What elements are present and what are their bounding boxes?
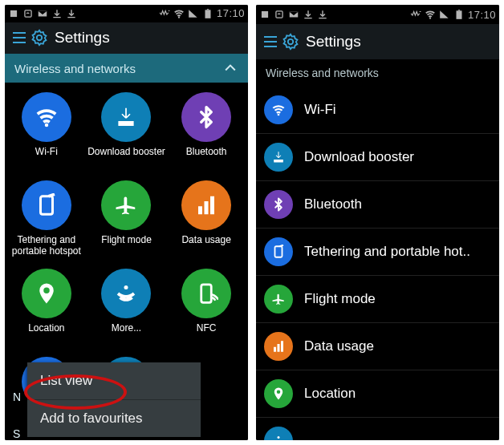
stop-icon [8, 8, 19, 19]
download-icon [317, 9, 328, 20]
context-menu: List view Add to favourites [27, 362, 201, 437]
app-header: Settings [256, 24, 499, 59]
gear-icon [282, 33, 299, 51]
list-item-bluetooth[interactable]: Bluetooth [256, 181, 499, 229]
grid-item-wifi[interactable]: Wi-Fi [6, 87, 87, 176]
grid-item-location[interactable]: Location [6, 264, 87, 352]
status-bar: 17:10 [5, 5, 248, 22]
list-item-download-booster[interactable]: Download booster [256, 134, 499, 181]
bluetooth-icon [181, 92, 231, 142]
bluetooth-icon [264, 190, 293, 219]
phone-left: 17:10 Settings Wireless and networks Wi-… [5, 5, 248, 440]
list-item-tethering[interactable]: Tethering and portable hot.. [256, 229, 499, 276]
section-header-wireless[interactable]: Wireless and networks [5, 54, 248, 83]
section-header-wireless: Wireless and networks [256, 59, 499, 87]
signal-icon [439, 9, 450, 20]
vibrate-icon [410, 9, 421, 20]
location-icon [264, 379, 293, 408]
location-icon [22, 269, 71, 318]
grid-item-tethering[interactable]: Tethering and portable hotspot [6, 176, 87, 264]
wifi-icon [425, 9, 436, 20]
list-item-flight-mode[interactable]: Flight mode [256, 276, 499, 323]
tethering-icon [22, 180, 71, 230]
screenshot-icon [22, 8, 34, 19]
drawer-icon[interactable] [264, 36, 277, 47]
settings-list: Wireless and networks Wi-Fi Download boo… [256, 59, 499, 440]
list-item-data-usage[interactable]: Data usage [256, 323, 499, 370]
battery-icon [453, 9, 465, 20]
mail-icon [37, 8, 48, 19]
status-clock: 17:10 [468, 9, 496, 21]
status-bar: 17:10 [256, 5, 499, 24]
download-icon [51, 8, 63, 19]
chevron-up-icon [222, 60, 238, 76]
screenshot-icon [274, 9, 285, 20]
wifi-icon [22, 92, 71, 142]
battery-icon [202, 8, 213, 19]
list-item-location[interactable]: Location [256, 370, 499, 418]
page-title: Settings [55, 29, 110, 47]
status-clock: 17:10 [217, 7, 245, 19]
stop-icon [259, 9, 270, 20]
menu-item-list-view[interactable]: List view [27, 362, 201, 400]
download-booster-icon [101, 92, 151, 142]
grid-item-bluetooth[interactable]: Bluetooth [166, 87, 246, 176]
list-item-partial[interactable] [256, 418, 499, 440]
grid-item-flight-mode[interactable]: Flight mode [87, 176, 167, 264]
wifi-icon [173, 8, 185, 19]
grid-item-more[interactable]: More... [87, 264, 167, 352]
peek-letters: N S [13, 390, 21, 440]
gear-icon [30, 29, 48, 47]
airplane-icon [264, 285, 293, 314]
page-title: Settings [306, 33, 361, 51]
vibrate-icon [159, 8, 170, 19]
data-usage-icon [181, 180, 231, 230]
list-item-wifi[interactable]: Wi-Fi [256, 87, 499, 134]
signal-icon [188, 8, 199, 19]
drawer-icon[interactable] [13, 32, 26, 43]
mail-icon [288, 9, 299, 20]
data-usage-icon [264, 332, 293, 361]
tethering-icon [264, 237, 293, 266]
grid-item-data-usage[interactable]: Data usage [166, 176, 246, 264]
phone-right: 17:10 Settings Wireless and networks Wi-… [256, 5, 499, 440]
download-icon [303, 9, 314, 20]
section-title: Wireless and networks [14, 62, 136, 75]
more-icon [264, 427, 293, 440]
download-icon [66, 8, 77, 19]
airplane-icon [101, 180, 151, 230]
app-header: Settings [5, 22, 248, 55]
grid-item-nfc[interactable]: NFC [166, 264, 246, 352]
download-booster-icon [264, 143, 293, 172]
nfc-icon [181, 269, 231, 318]
grid-item-download-booster[interactable]: Download booster [87, 87, 167, 176]
menu-item-add-favourites[interactable]: Add to favourites [27, 400, 201, 437]
more-icon [101, 269, 151, 318]
wifi-icon [264, 95, 293, 124]
